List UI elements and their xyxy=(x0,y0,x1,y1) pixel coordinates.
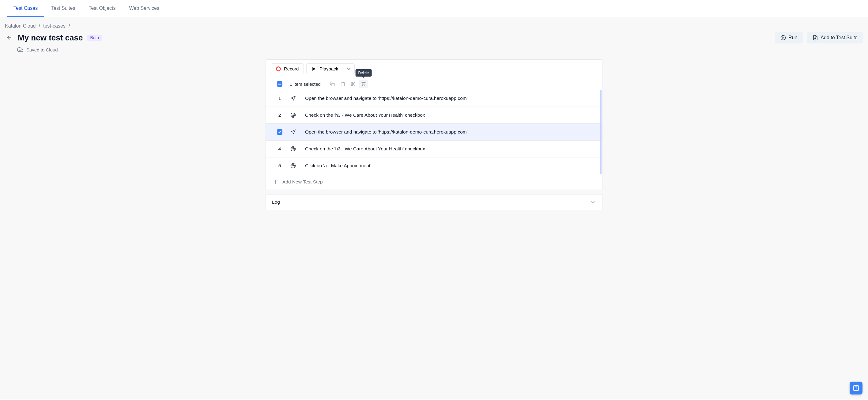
test-step-row[interactable]: 1 Open the browser and navigate to 'http… xyxy=(266,90,602,107)
record-label: Record xyxy=(284,66,299,71)
log-label: Log xyxy=(272,199,280,205)
cloud-check-icon xyxy=(17,47,23,53)
step-checkbox[interactable] xyxy=(277,129,282,135)
breadcrumb-root[interactable]: Katalon Cloud xyxy=(5,23,36,29)
help-button[interactable] xyxy=(849,381,863,395)
target-icon xyxy=(290,163,297,168)
svg-point-16 xyxy=(293,115,294,116)
target-icon xyxy=(290,146,297,152)
test-step-row[interactable]: 4 Check on the 'h3 - We Care About Your … xyxy=(266,141,602,157)
add-step-label: Add New Test Step xyxy=(282,179,323,185)
record-button[interactable]: Record xyxy=(271,63,304,74)
log-panel[interactable]: Log xyxy=(266,194,602,210)
test-editor-card: Record Playback 1 item selected xyxy=(266,59,602,190)
file-plus-icon xyxy=(812,35,818,40)
step-number: 5 xyxy=(277,163,282,168)
check-icon xyxy=(278,130,281,134)
step-number: 4 xyxy=(277,146,282,152)
cut-button[interactable] xyxy=(349,80,358,88)
step-number: 1 xyxy=(277,96,282,101)
svg-point-1 xyxy=(781,35,785,40)
run-button[interactable]: Run xyxy=(775,32,803,43)
selection-bar: 1 item selected Delete xyxy=(266,78,602,90)
step-text: Check on the 'h3 - We Care About Your He… xyxy=(305,146,425,152)
selection-count: 1 item selected xyxy=(290,82,321,87)
playback-dropdown[interactable] xyxy=(343,63,355,74)
test-step-row[interactable]: 2 Check on the 'h3 - We Care About Your … xyxy=(266,107,602,124)
tab-test-objects[interactable]: Test Objects xyxy=(83,0,122,17)
breadcrumb-section[interactable]: test-cases xyxy=(43,23,66,29)
arrow-left-icon xyxy=(6,35,12,41)
svg-marker-17 xyxy=(291,130,295,134)
clipboard-icon xyxy=(340,82,345,86)
primary-tabbar: Test Cases Test Suites Test Objects Web … xyxy=(0,0,868,17)
paste-button[interactable] xyxy=(338,80,347,88)
svg-rect-7 xyxy=(342,82,343,83)
page-header: Katalon Cloud / test-cases / My new test… xyxy=(0,17,868,56)
play-icon xyxy=(311,66,316,71)
test-step-row[interactable]: 5 Click on 'a - Make Appointment' xyxy=(266,157,602,174)
svg-marker-5 xyxy=(313,67,315,71)
navigate-icon xyxy=(290,96,297,101)
trash-icon xyxy=(361,82,366,86)
tab-test-cases[interactable]: Test Cases xyxy=(7,0,44,17)
test-steps-list: 1 Open the browser and navigate to 'http… xyxy=(266,90,602,174)
select-all-checkbox[interactable] xyxy=(277,81,282,87)
add-to-test-suite-button[interactable]: Add to Test Suite xyxy=(807,32,863,43)
tab-web-services[interactable]: Web Services xyxy=(123,0,165,17)
delete-tooltip: Delete xyxy=(355,69,372,76)
playback-label: Playback xyxy=(319,66,338,71)
beta-badge: Beta xyxy=(87,35,102,41)
scissors-icon xyxy=(351,82,355,86)
copy-icon xyxy=(330,82,335,86)
plus-icon xyxy=(273,179,278,185)
play-circle-icon xyxy=(780,35,786,40)
svg-rect-6 xyxy=(332,83,335,86)
copy-button[interactable] xyxy=(328,80,337,88)
step-text: Click on 'a - Make Appointment' xyxy=(305,163,371,168)
step-text: Open the browser and navigate to 'https:… xyxy=(305,96,468,101)
svg-point-15 xyxy=(292,114,294,117)
svg-point-22 xyxy=(292,164,294,167)
step-number: 2 xyxy=(277,113,282,118)
help-icon xyxy=(853,385,860,392)
page-title: My new test case xyxy=(18,33,83,42)
record-icon xyxy=(276,66,281,71)
add-to-suite-label: Add to Test Suite xyxy=(820,35,858,40)
svg-point-20 xyxy=(293,149,294,150)
svg-line-11 xyxy=(354,85,355,86)
editor-toolbar: Record Playback xyxy=(266,60,602,78)
tab-test-suites[interactable]: Test Suites xyxy=(45,0,81,17)
target-icon xyxy=(290,113,297,118)
chevron-down-icon xyxy=(346,66,351,71)
step-text: Check on the 'h3 - We Care About Your He… xyxy=(305,113,425,118)
breadcrumb-separator: / xyxy=(69,23,70,29)
run-button-label: Run xyxy=(788,35,797,40)
svg-point-19 xyxy=(292,148,294,150)
navigate-icon xyxy=(290,129,297,135)
cloud-status: Saved to Cloud xyxy=(5,47,863,53)
svg-line-12 xyxy=(352,83,353,84)
add-new-test-step[interactable]: Add New Test Step xyxy=(266,174,602,190)
svg-marker-13 xyxy=(291,96,295,100)
svg-point-23 xyxy=(293,165,294,166)
scrollbar[interactable] xyxy=(600,90,601,174)
breadcrumb: Katalon Cloud / test-cases / xyxy=(5,23,863,29)
step-text: Open the browser and navigate to 'https:… xyxy=(305,129,468,135)
playback-button[interactable]: Playback xyxy=(306,63,343,74)
delete-button[interactable] xyxy=(359,80,368,88)
breadcrumb-separator: / xyxy=(39,23,40,29)
test-step-row[interactable]: Open the browser and navigate to 'https:… xyxy=(266,124,602,141)
cloud-status-text: Saved to Cloud xyxy=(26,47,58,52)
back-button[interactable] xyxy=(5,33,13,42)
chevron-down-icon xyxy=(589,199,596,206)
svg-marker-2 xyxy=(782,37,784,39)
